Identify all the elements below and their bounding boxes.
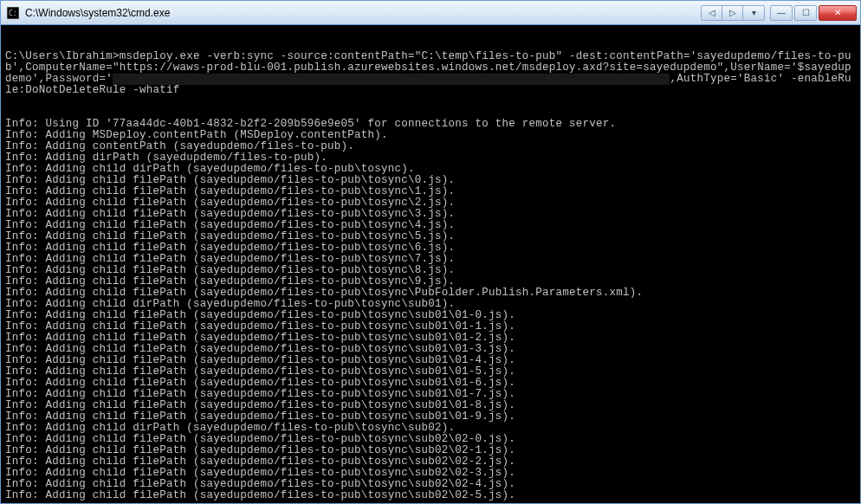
terminal-area[interactable]: C:\Users\Ibrahim>msdeploy.exe -verb:sync… [3,28,858,501]
titlebar[interactable]: C: C:\Windows\system32\cmd.exe ◁ ▷ ▾ — ☐… [1,1,860,25]
titlebar-buttons: ◁ ▷ ▾ — ☐ ✕ [701,5,857,21]
minimize-button[interactable]: — [770,5,793,21]
close-button[interactable]: ✕ [819,5,857,21]
cmd-window: C: C:\Windows\system32\cmd.exe ◁ ▷ ▾ — ☐… [0,0,861,504]
output-lines: Info: Using ID '77aa44dc-40b1-4832-b2f2-… [5,119,856,501]
titlebar-scroll-group: ◁ ▷ ▾ [701,5,765,21]
prompt: C:\Users\Ibrahim> [5,50,120,62]
scroll-right-button[interactable]: ▷ [722,6,743,20]
overflow-button[interactable]: ▾ [743,6,764,20]
output-line: Info: Adding child filePath (sayedupdemo… [5,490,856,501]
command-line: C:\Users\Ibrahim>msdeploy.exe -verb:sync… [5,51,856,96]
maximize-button[interactable]: ☐ [794,5,817,21]
scroll-left-button[interactable]: ◁ [702,6,722,20]
redacted-password: xxxxxxxxxxxxxxxxxxxxxxxxxxxxxxxxxxxxxxxx… [113,74,670,85]
titlebar-window-controls: — ☐ ✕ [768,5,857,21]
window-title: C:\Windows\system32\cmd.exe [25,7,701,19]
cmd-icon: C: [6,6,20,20]
svg-text:C:: C: [9,10,17,17]
